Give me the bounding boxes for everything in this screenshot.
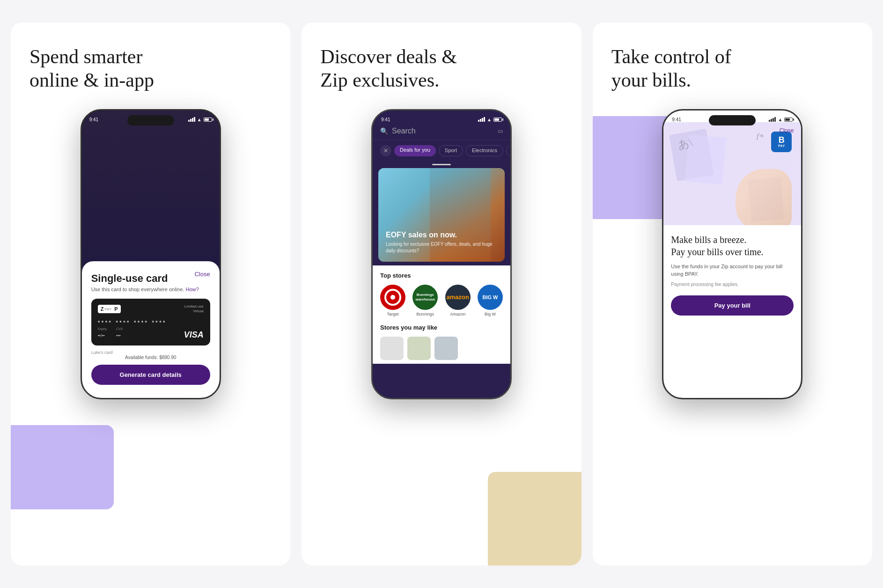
zip-logo-z: Z <box>101 306 104 312</box>
bpay-b-letter: B <box>779 136 785 144</box>
panels-container: Spend smarter online & in-app 9:41 <box>11 22 872 566</box>
card-logo-row: Z PAY P Limited use Virtual <box>98 304 204 314</box>
panel-3-title: Take control of your bills. <box>611 45 854 92</box>
phone-3-status-icons: ▲ <box>769 117 793 122</box>
handwriting-decor-2: f* <box>755 131 765 143</box>
top-stores-section: Top stores Target Bunn <box>373 265 510 320</box>
card-modal-title: Single-use card <box>91 272 210 285</box>
store-target[interactable]: Target <box>380 285 405 316</box>
phone-1: 9:41 ▲ <box>81 109 221 399</box>
signal-bars-3 <box>769 117 776 122</box>
phone-3-notch <box>709 115 756 125</box>
amazon-label: Amazon <box>450 312 465 316</box>
bar-3 <box>773 118 774 122</box>
bigw-label: Big W <box>485 312 496 316</box>
bar-3 <box>192 118 193 122</box>
store-amazon[interactable]: amazon Amazon <box>445 285 471 316</box>
store-bunnings[interactable]: Bunningswarehouse Bunnings <box>412 285 438 316</box>
how-link[interactable]: How? <box>185 287 199 292</box>
phone-2-status-bar: 9:41 ▲ <box>373 110 510 122</box>
chip-close-btn[interactable]: ✕ <box>380 145 391 156</box>
store-icons-row: Target Bunningswarehouse Bunnings amazon <box>380 285 503 316</box>
bills-title: Make bills a breeze. Pay your bills over… <box>671 234 794 258</box>
panel-2-title: Discover deals & Zip exclusives. <box>320 45 562 92</box>
bar-1 <box>769 120 770 122</box>
chip-deals-for-you[interactable]: Deals for you <box>394 145 436 156</box>
pay-bill-btn[interactable]: Pay your bill <box>671 295 794 316</box>
bar-4 <box>194 117 195 122</box>
target-icon <box>380 285 405 310</box>
bar-2 <box>190 119 191 122</box>
bar-1 <box>478 120 479 122</box>
bills-note: Payment processing fee applies. <box>671 282 794 287</box>
generate-card-btn[interactable]: Generate card details <box>91 365 210 385</box>
top-stores-label: Top stores <box>380 272 503 279</box>
card-dots: •••• •••• •••• •••• <box>98 318 204 325</box>
stores-may-like-section: Stores you may like <box>373 320 510 364</box>
search-placeholder: Search <box>392 127 494 135</box>
panel-discover-deals: Discover deals & Zip exclusives. 9:41 ▲ <box>302 22 581 566</box>
chip-sport[interactable]: Sport <box>439 145 463 156</box>
signal-bars-2 <box>478 117 485 122</box>
card-cvv: CVV ••• <box>116 327 123 339</box>
phone-1-status-icons: ▲ <box>188 117 212 122</box>
visa-brand: VISA <box>184 330 204 340</box>
bpay-word-label: PAY <box>778 144 785 147</box>
card-icon: ▭ <box>498 128 503 134</box>
card-owner: Luke's card <box>91 350 210 355</box>
bills-close-btn[interactable]: Close <box>780 127 794 134</box>
battery-icon <box>204 118 212 122</box>
phone-2-time: 9:41 <box>381 117 390 122</box>
zip-logo-pay: PAY <box>104 307 111 311</box>
bar-1 <box>188 120 190 122</box>
eofy-banner: EOFY sales on now. Looking for exclusive… <box>378 168 505 262</box>
card-expiry: Expiry ••/•• <box>98 327 107 339</box>
store-bigw[interactable]: BIG W Big W <box>478 285 503 316</box>
search-icon: 🔍 <box>380 127 388 135</box>
store-thumbnail-3 <box>434 337 458 360</box>
eofy-subtitle: Looking for exclusive EOFY offers, deals… <box>386 241 497 254</box>
battery-tip <box>213 118 213 121</box>
phone-1-status-bar: 9:41 ▲ <box>89 117 212 122</box>
battery-icon-2 <box>493 118 502 122</box>
amazon-icon: amazon <box>445 285 471 310</box>
phone-1-wrapper: 9:41 ▲ <box>29 109 272 399</box>
target-dot <box>390 295 395 300</box>
chip-jev[interactable]: Jev <box>506 145 510 156</box>
panel-bills: Take control of your bills. 9:41 <box>593 22 872 566</box>
bpay-badge: B PAY <box>771 132 792 152</box>
phone-2: 9:41 ▲ <box>371 109 512 399</box>
zip-logo: Z PAY P <box>98 305 121 313</box>
bar-2 <box>771 119 772 122</box>
zip-logo-p: P <box>114 306 118 312</box>
card-modal-close-btn[interactable]: Close <box>194 271 210 278</box>
wifi-icon-2: ▲ <box>487 117 492 122</box>
phone-2-wrapper: 9:41 ▲ <box>320 109 562 399</box>
chip-electronics[interactable]: Electronics <box>466 145 503 156</box>
phone-3: 9:41 ▲ <box>662 109 802 399</box>
store-thumbnail-2 <box>407 337 431 360</box>
phone-3-screen: 9:41 ▲ <box>663 110 801 398</box>
battery-tip-3 <box>793 118 794 121</box>
bar-3 <box>482 118 483 122</box>
bills-content: Make bills a breeze. Pay your bills over… <box>663 225 801 398</box>
bpay-illustration: B PAY あ\ f* <box>663 122 801 225</box>
bar-4 <box>774 117 776 122</box>
card-modal-subtitle: Use this card to shop everywhere online.… <box>91 287 210 292</box>
bar-4 <box>484 117 485 122</box>
signal-bars <box>188 117 195 122</box>
bunnings-label: Bunnings <box>417 312 434 316</box>
phone-3-wrapper: 9:41 ▲ <box>611 109 854 399</box>
eofy-text-block: EOFY sales on now. Looking for exclusive… <box>386 231 497 254</box>
panel-spend-smarter: Spend smarter online & in-app 9:41 <box>11 22 290 566</box>
battery-icon-3 <box>784 118 793 122</box>
accent-block-1 <box>11 425 114 509</box>
scroll-indicator <box>432 164 451 165</box>
target-label: Target <box>387 312 398 316</box>
hand-illustration <box>736 169 792 225</box>
wifi-icon: ▲ <box>197 117 202 122</box>
wifi-icon-3: ▲ <box>778 117 782 122</box>
bar-2 <box>480 119 481 122</box>
stores-may-like-label: Stores you may like <box>380 324 503 331</box>
filter-chips: ✕ Deals for you Sport Electronics Jev <box>373 140 510 161</box>
